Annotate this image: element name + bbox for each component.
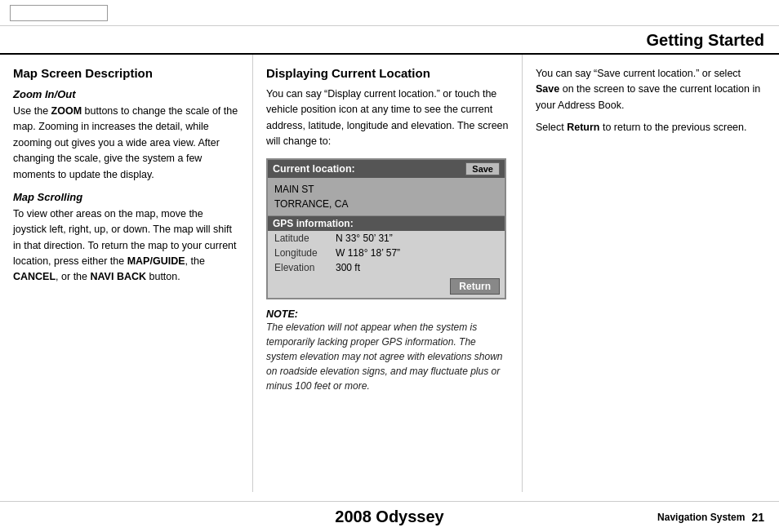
footer: 2008 Odyssey Navigation System 21 xyxy=(0,501,779,532)
scroll-text-4: button. xyxy=(146,271,180,282)
right-para1-text2: on the screen to save the current locati… xyxy=(536,83,760,110)
right-para2-text1: Select xyxy=(536,122,567,133)
page-title: Getting Started xyxy=(647,31,764,49)
scroll-subtitle: Map Scrolling xyxy=(13,191,239,203)
page-header: Getting Started xyxy=(0,26,779,55)
screen-gps-longitude-row: Longitude W 118° 18’ 57” xyxy=(268,246,505,260)
screen-save-button[interactable]: Save xyxy=(465,162,500,175)
right-para1-bold: Save xyxy=(536,83,559,95)
scroll-text-2: , the xyxy=(185,255,205,267)
mid-intro-text: You can say “Display current location.” … xyxy=(266,86,509,150)
right-column: You can say “Save current location.” or … xyxy=(523,55,779,492)
right-para2-bold: Return xyxy=(567,122,599,133)
screen-address-line1: MAIN ST xyxy=(274,182,498,197)
zoom-text-1: Use the xyxy=(13,105,51,117)
footer-page-number: 21 xyxy=(751,511,764,524)
zoom-bold: ZOOM xyxy=(51,105,82,117)
footer-nav-label: Navigation System xyxy=(657,512,745,523)
footer-center-text: 2008 Odyssey xyxy=(335,508,443,526)
note-title: NOTE: xyxy=(266,308,298,320)
screen-elevation-label: Elevation xyxy=(274,262,336,273)
screen-gps-elevation-row: Elevation 300 ft xyxy=(268,260,505,275)
scroll-bold1: MAP/GUIDE xyxy=(127,255,185,267)
top-rectangle xyxy=(10,5,108,21)
left-column: Map Screen Description Zoom In/Out Use t… xyxy=(0,55,253,492)
scroll-bold3: NAVI BACK xyxy=(90,271,146,282)
right-para2-text2: to return to the previous screen. xyxy=(600,122,747,133)
top-bar xyxy=(0,0,779,26)
right-para2: Select Return to return to the previous … xyxy=(536,120,764,135)
screen-gps-header: GPS information: xyxy=(268,216,505,231)
mid-section-title: Displaying Current Location xyxy=(266,66,509,80)
screen-header-label: Current location: xyxy=(273,163,355,175)
scroll-text: To view other areas on the map, move the… xyxy=(13,206,239,286)
scroll-text-3: , or the xyxy=(56,271,90,282)
footer-right: Navigation System 21 xyxy=(657,511,764,524)
left-section-title: Map Screen Description xyxy=(13,66,239,80)
screen-return-button[interactable]: Return xyxy=(450,278,500,295)
right-para1: You can say “Save current location.” or … xyxy=(536,66,764,113)
screen-header-row: Current location: Save xyxy=(268,160,505,178)
note-section: NOTE: The elevation will not appear when… xyxy=(266,308,509,393)
right-para1-text1: You can say “Save current location.” or … xyxy=(536,68,741,79)
zoom-subtitle: Zoom In/Out xyxy=(13,88,239,100)
middle-column: Displaying Current Location You can say … xyxy=(253,55,523,492)
screen-longitude-label: Longitude xyxy=(274,247,336,259)
main-content: Map Screen Description Zoom In/Out Use t… xyxy=(0,55,779,492)
zoom-text: Use the ZOOM buttons to change the scale… xyxy=(13,104,239,183)
screen-elevation-value: 300 ft xyxy=(336,262,360,273)
note-text: The elevation will not appear when the s… xyxy=(266,320,509,393)
screen-gps-latitude-row: Latitude N 33° 50’ 31” xyxy=(268,231,505,246)
screen-simulation: Current location: Save MAIN ST TORRANCE,… xyxy=(266,158,506,299)
scroll-bold2: CANCEL xyxy=(13,271,56,282)
screen-address: MAIN ST TORRANCE, CA xyxy=(268,178,505,216)
screen-address-line2: TORRANCE, CA xyxy=(274,197,498,211)
screen-return-row: Return xyxy=(268,275,505,298)
screen-latitude-label: Latitude xyxy=(274,233,336,244)
screen-longitude-value: W 118° 18’ 57” xyxy=(336,247,400,259)
screen-latitude-value: N 33° 50’ 31” xyxy=(336,233,393,244)
